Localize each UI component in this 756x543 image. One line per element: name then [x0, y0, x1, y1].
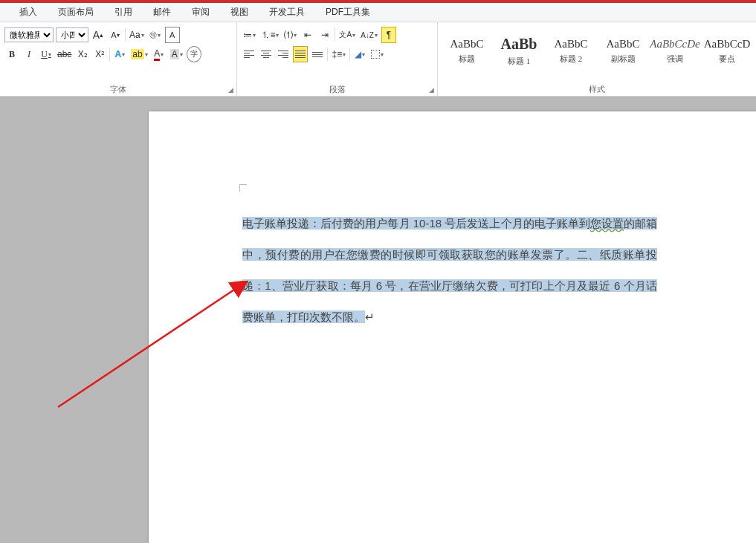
outdent-icon: ⇤ [304, 30, 311, 40]
increase-font-button[interactable]: A▴ [91, 27, 106, 43]
bullets-button[interactable]: ≔ [242, 27, 257, 43]
superscript-button[interactable]: X² [92, 46, 107, 62]
numbering-icon: ⒈≡ [261, 29, 275, 42]
align-right-icon [278, 51, 288, 58]
phonetic-guide-button[interactable]: ㊕ [148, 27, 163, 43]
paint-bucket-icon: ◢ [355, 49, 361, 59]
style-heading[interactable]: AaBbC 标题 [442, 29, 491, 74]
styles-gallery: AaBbC 标题 AaBb 标题 1 AaBbC 标题 2 AaBbC 副标题 … [442, 25, 752, 77]
document-body-text[interactable]: 电子账单投递：后付费的用户每月 10-18 号后发送上个月的电子账单到您设置的邮… [242, 208, 657, 333]
bold-button[interactable]: B [4, 46, 19, 62]
text-effects-button[interactable]: A [112, 46, 127, 62]
sort-icon: A↓Z [361, 31, 374, 39]
font-family-select[interactable]: 微软雅黑 [4, 27, 54, 42]
ribbon-group-paragraph: ≔ ⒈≡ ⑴ ⇤ ⇥ 文A A↓Z ¶ ‡≡ ◢ [237, 22, 438, 96]
highlight-color-button[interactable]: ab [129, 46, 149, 62]
align-center-icon [261, 51, 271, 58]
selected-text-line1b-wavy: 您设置 [590, 217, 624, 230]
strikethrough-button[interactable]: abc [56, 46, 73, 62]
subscript-button[interactable]: X₂ [75, 46, 90, 62]
ribbon: 微软雅黑 小四 A▴ A▾ Aa ㊕ A B I U abc X₂ X² [0, 22, 756, 97]
decrease-font-button[interactable]: A▾ [108, 27, 123, 43]
paragraph-mark: ↵ [365, 310, 375, 323]
menu-pdf-tools[interactable]: PDF工具集 [315, 3, 381, 22]
character-border-button[interactable]: A [165, 27, 180, 43]
indent-icon: ⇥ [321, 30, 329, 40]
distribute-button[interactable] [310, 46, 325, 62]
selected-text-line1a: 电子账单投递：后付费的用户每月 10-18 号后发送上个月的电子账单到 [242, 217, 590, 230]
paragraph-dialog-launcher[interactable]: ◢ [427, 85, 436, 94]
show-marks-button[interactable]: ¶ [381, 27, 396, 43]
multilevel-icon: ⑴ [284, 29, 293, 42]
increase-indent-button[interactable]: ⇥ [317, 27, 332, 43]
font-color-button[interactable]: A [152, 46, 167, 62]
margin-guide-left [239, 184, 247, 192]
shading-button[interactable]: ◢ [352, 46, 367, 62]
ribbon-group-styles: AaBbC 标题 AaBb 标题 1 AaBbC 标题 2 AaBbC 副标题 … [438, 22, 756, 96]
align-left-icon [244, 51, 254, 58]
font-group-label: 字体 [4, 82, 232, 94]
italic-button[interactable]: I [22, 46, 36, 62]
menu-bar: 插入 页面布局 引用 邮件 审阅 视图 开发工具 PDF工具集 [0, 3, 756, 22]
line-spacing-button[interactable]: ‡≡ [330, 46, 347, 62]
border-icon [371, 50, 380, 59]
font-dialog-launcher[interactable]: ◢ [226, 85, 235, 94]
menu-references[interactable]: 引用 [104, 3, 143, 22]
styles-group-label: 样式 [442, 82, 752, 94]
document-workspace: 电子账单投递：后付费的用户每月 10-18 号后发送上个月的电子账单到您设置的邮… [0, 97, 756, 543]
font-size-select[interactable]: 小四 [56, 27, 88, 42]
line-spacing-icon: ‡≡ [332, 49, 342, 59]
align-left-button[interactable] [242, 46, 256, 62]
document-page[interactable]: 电子账单投递：后付费的用户每月 10-18 号后发送上个月的电子账单到您设置的邮… [149, 111, 756, 543]
menu-view[interactable]: 视图 [220, 3, 259, 22]
align-center-button[interactable] [259, 46, 274, 62]
underline-button[interactable]: U [39, 46, 54, 62]
style-emphasis[interactable]: AaBbCcDe 强调 [650, 29, 700, 74]
align-justify-button[interactable] [293, 46, 308, 62]
multilevel-list-button[interactable]: ⑴ [282, 27, 298, 43]
align-justify-icon [295, 51, 306, 58]
ribbon-group-font: 微软雅黑 小四 A▴ A▾ Aa ㊕ A B I U abc X₂ X² [0, 22, 237, 96]
align-right-button[interactable] [276, 46, 291, 62]
character-shading-button[interactable]: A [169, 46, 184, 62]
menu-developer[interactable]: 开发工具 [259, 3, 315, 22]
bullets-icon: ≔ [243, 30, 252, 40]
style-points[interactable]: AaBbCcD 要点 [702, 29, 752, 74]
style-heading-1[interactable]: AaBb 标题 1 [494, 29, 543, 74]
menu-mailings[interactable]: 邮件 [143, 3, 181, 22]
style-subtitle[interactable]: AaBbC 副标题 [598, 29, 647, 74]
change-case-button[interactable]: Aa [128, 27, 146, 43]
paragraph-group-label: 段落 [242, 82, 433, 94]
distribute-icon [312, 52, 323, 57]
menu-review[interactable]: 审阅 [181, 3, 220, 22]
text-direction-button[interactable]: 文A [337, 27, 357, 43]
borders-button[interactable] [369, 46, 385, 62]
enclose-character-button[interactable]: 字 [187, 46, 201, 62]
decrease-indent-button[interactable]: ⇤ [300, 27, 315, 43]
sort-button[interactable]: A↓Z [359, 27, 379, 43]
numbering-button[interactable]: ⒈≡ [259, 27, 280, 43]
menu-insert[interactable]: 插入 [9, 3, 48, 22]
pilcrow-icon: ¶ [387, 30, 391, 40]
menu-page-layout[interactable]: 页面布局 [48, 3, 104, 22]
style-heading-2[interactable]: AaBbC 标题 2 [546, 29, 595, 74]
